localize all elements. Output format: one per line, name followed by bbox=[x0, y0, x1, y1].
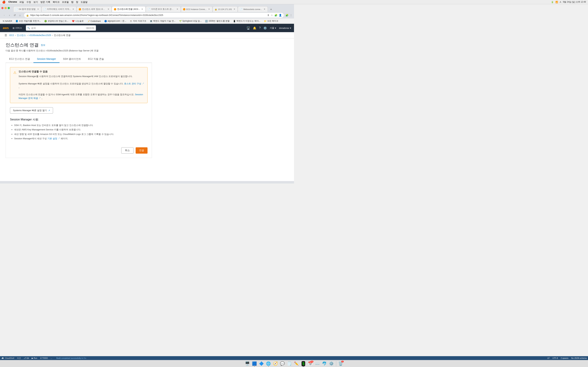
tab-close-server[interactable]: ✕ bbox=[72, 8, 75, 11]
tab-close-ec2-detail[interactable]: ✕ bbox=[107, 8, 110, 11]
maximize-button[interactable] bbox=[8, 7, 10, 9]
breadcrumb-ec2[interactable]: EC2 bbox=[9, 34, 14, 36]
cloudshell-icon[interactable]: 🖥️ bbox=[247, 26, 250, 30]
bookmark-naver[interactable]: N NAVER bbox=[1, 20, 13, 23]
bookmark-dev-label: 모든 개발자를 위한 H... bbox=[19, 20, 41, 23]
bookmark-coding-label: 코딩테스트 연습 | 프... bbox=[48, 20, 69, 23]
tab-ip[interactable]: 🔒 13.124.171.101 ✕ bbox=[213, 6, 238, 12]
bookmark-backend[interactable]: 💻 백엔드 개발자 기술 연... bbox=[148, 19, 177, 23]
tab-close-ec2-instance[interactable]: ✕ bbox=[208, 8, 210, 11]
bookmark-backend2[interactable]: 📱 백엔드가 이정도는 해야... bbox=[232, 19, 262, 23]
home-button[interactable]: ⌂ bbox=[17, 13, 22, 18]
host-management-link[interactable]: 호스트 관리 구성 ↗ bbox=[124, 82, 144, 85]
tab-close-git[interactable]: ✕ bbox=[37, 8, 39, 11]
back-button[interactable]: ‹ bbox=[2, 13, 7, 18]
bookmark-algospot[interactable]: 🔵 algospot.com :: 문... bbox=[103, 19, 128, 23]
tab-ec2-connect[interactable]: 🟠 인스턴스에 연결 | EC2... ✕ bbox=[112, 6, 146, 12]
connect-button[interactable]: 연결 bbox=[136, 147, 147, 154]
bookmark-palindrome[interactable]: 🔢 1509번: 팰린드롬 분할 bbox=[204, 19, 231, 23]
url-display: https://ap-northeast-2.console.aws.amazo… bbox=[30, 14, 266, 17]
tab-server[interactable]: 📄 아무리해도 서버가 커져... ✕ bbox=[42, 6, 77, 12]
tab-close-ip[interactable]: ✕ bbox=[233, 8, 236, 11]
breadcrumb-instance-id[interactable]: i-0100cda3e2bcc1525 bbox=[29, 34, 51, 36]
menu-bookmarks[interactable]: 북마크 bbox=[53, 0, 60, 4]
info-link[interactable]: 정보 bbox=[41, 43, 45, 47]
app-name[interactable]: Chrome bbox=[9, 0, 17, 4]
menu-view[interactable]: 보기 bbox=[34, 0, 38, 4]
bookmark-codeshare-icon: 📝 bbox=[87, 20, 90, 22]
breadcrumb: EC2 › 인스턴스 › i-0100cda3e2bcc1525 › 인스턴스에… bbox=[9, 34, 70, 37]
breadcrumb-sep-3: › bbox=[52, 34, 53, 36]
bookmark-naver-icon: N bbox=[3, 20, 4, 22]
breadcrumb-instances[interactable]: 인스턴스 bbox=[17, 34, 26, 37]
bookmark-java[interactable]: ☕ 자바 자료구조 bbox=[128, 19, 147, 23]
apple-menu[interactable]: 🍎 bbox=[2, 0, 6, 4]
region-selector[interactable]: 서울 ▾ bbox=[270, 26, 276, 30]
tab-ec2-detail[interactable]: 🟠 인스턴스 세부 정보 | EC2... ✕ bbox=[77, 6, 112, 12]
menu-window[interactable]: 창 bbox=[76, 0, 78, 4]
tab-git[interactable]: 📄 Git 원격 변경 방법 ✕ bbox=[13, 6, 41, 12]
sidebar-toggle[interactable]: ☰ bbox=[3, 33, 8, 38]
username-label: doradorav bbox=[279, 27, 289, 29]
menu-file[interactable]: 파일 bbox=[19, 0, 24, 4]
menu-edit[interactable]: 수정 bbox=[26, 0, 31, 4]
user-menu[interactable]: doradorav ▾ bbox=[279, 27, 291, 29]
help-icon[interactable]: ? bbox=[259, 26, 261, 30]
menu-profile[interactable]: 프로필 bbox=[62, 0, 69, 4]
cancel-button[interactable]: 취소 bbox=[121, 147, 134, 154]
quick-setup-button[interactable]: Systems Manager 빠른 설정 열기 ↗ bbox=[10, 107, 53, 114]
aws-services-btn[interactable]: ⊞ 서비스 bbox=[11, 25, 24, 31]
tab-websockets[interactable]: 📄 Websockets conne... ✕ bbox=[238, 6, 268, 12]
usage-title: Session Manager 사용: bbox=[10, 118, 147, 121]
tab-close-websockets[interactable]: ✕ bbox=[263, 8, 266, 11]
usage-item-3: 세션 명령 및 세부 정보를 Amazon S3 버킷 또는 CloudWatc… bbox=[14, 133, 147, 136]
close-button[interactable] bbox=[1, 7, 3, 9]
bookmark-coding[interactable]: 🟢 코딩테스트 연습 | 프... bbox=[43, 19, 70, 23]
menu-tab[interactable]: 탭 bbox=[71, 0, 73, 4]
grid-icon: ⊞ bbox=[13, 27, 15, 29]
profile-icon[interactable]: 👤 bbox=[279, 14, 282, 17]
new-tab-button[interactable]: + bbox=[269, 7, 274, 12]
settings-icon[interactable]: ⚙️ bbox=[263, 26, 267, 30]
bookmark-springboot[interactable]: 🌱 Springboot 파일 업... bbox=[178, 19, 203, 23]
quick-setup-label: Systems Manager 빠른 설정 열기 bbox=[13, 109, 47, 112]
aws-logo[interactable]: aws bbox=[3, 26, 9, 30]
topnav-right: 🖥️ 🔔 ? ⚙️ 서울 ▾ doradorav ▾ bbox=[247, 26, 291, 30]
menu-help[interactable]: 도움말 bbox=[81, 0, 87, 4]
extension-icon[interactable]: 🧩 bbox=[274, 14, 277, 17]
bookmark-coding-icon: 🟢 bbox=[44, 20, 47, 22]
mac-menubar: 🍎 Chrome 파일 수정 보기 방문 기록 북마크 프로필 탭 창 도움말 … bbox=[0, 0, 294, 4]
extensions-btn[interactable]: 🧩 bbox=[285, 14, 288, 17]
bookmark-dev[interactable]: 📘 모든 개발자를 위한 H... bbox=[14, 19, 42, 23]
tab-ec2-instance[interactable]: 🟠 EC2 Instance Conne... ✕ bbox=[181, 6, 212, 12]
tab-ec2-instance-connect[interactable]: EC2 인스턴스 연결 bbox=[6, 56, 34, 63]
tab-session-manager[interactable]: Session Manager bbox=[34, 56, 60, 63]
refresh-button[interactable]: ↺ bbox=[12, 13, 17, 18]
notifications-icon[interactable]: 🔔 bbox=[253, 26, 256, 30]
tab-ssh-client[interactable]: SSH 클라이언트 bbox=[60, 56, 85, 63]
aws-search-box[interactable]: 🔍 [옵션+S] bbox=[26, 25, 96, 31]
bookmark-icon[interactable]: ☆ bbox=[271, 14, 273, 17]
search-input[interactable] bbox=[31, 27, 85, 29]
preferences-link[interactable]: 기본 설정 ↗ bbox=[47, 137, 61, 140]
bookmark-all[interactable]: 📁 모든 북마크 bbox=[262, 19, 280, 23]
bookmark-java-label: 자바 자료구조 bbox=[133, 20, 146, 23]
tab-favicon-server: 📄 bbox=[43, 8, 46, 10]
tab-ec2-serial[interactable]: EC2 직렬 콘솔 bbox=[85, 56, 107, 63]
bookmark-springboot-icon: 🌱 bbox=[179, 20, 182, 22]
bookmark-solo[interactable]: ❤️ 나는솔로 bbox=[70, 19, 85, 23]
more-btn[interactable]: ⋮ bbox=[290, 14, 292, 17]
search-hint: [옵션+S] bbox=[86, 26, 95, 30]
tab-close-ec2-connect[interactable]: ✕ bbox=[141, 8, 144, 11]
share-icon[interactable]: ⬆ bbox=[267, 14, 269, 17]
forward-button[interactable]: › bbox=[7, 13, 12, 18]
tab-favicon-ec2-host: 📄 bbox=[148, 8, 150, 10]
menu-history[interactable]: 방문 기록 bbox=[40, 0, 50, 4]
tab-ec2-host[interactable]: 📄 아마존 EC2 호스트 관리... ✕ bbox=[146, 6, 181, 12]
minimize-button[interactable] bbox=[5, 7, 7, 9]
address-field[interactable]: 🔒 https://ap-northeast-2.console.aws.ama… bbox=[24, 13, 284, 18]
tab-label-server: 아무리해도 서버가 커져... bbox=[47, 8, 71, 10]
bookmark-codeshare[interactable]: 📝 Codeshare bbox=[86, 20, 102, 23]
bookmark-naver-label: NAVER bbox=[5, 20, 12, 22]
tab-close-ec2-host[interactable]: ✕ bbox=[176, 8, 179, 11]
